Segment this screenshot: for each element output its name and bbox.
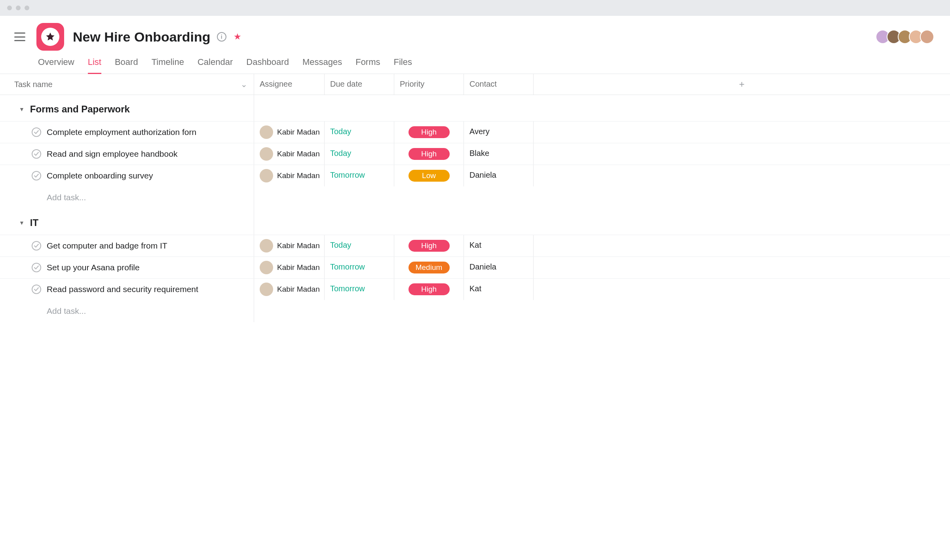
assignee-avatar xyxy=(260,169,273,182)
traffic-light-minimize[interactable] xyxy=(16,6,21,10)
assignee-name: Kabir Madan xyxy=(277,285,320,294)
tab-calendar[interactable]: Calendar xyxy=(198,57,233,74)
tab-files[interactable]: Files xyxy=(394,57,412,74)
assignee-cell[interactable]: Kabir Madan xyxy=(254,165,325,186)
priority-pill: High xyxy=(408,283,450,295)
task-name: Get computer and badge from IT xyxy=(47,241,167,251)
window-chrome xyxy=(0,0,950,16)
caret-down-icon[interactable]: ▼ xyxy=(19,220,25,226)
assignee-name: Kabir Madan xyxy=(277,171,320,180)
priority-cell[interactable]: Low xyxy=(394,165,464,186)
section-title: IT xyxy=(30,217,38,228)
contact-cell[interactable]: Daniela xyxy=(464,165,534,186)
info-icon[interactable]: i xyxy=(217,32,226,42)
add-task-button[interactable]: Add task... xyxy=(0,186,254,209)
due-date-cell[interactable]: Tomorrow xyxy=(325,279,394,300)
add-column-button[interactable]: + xyxy=(534,74,950,95)
assignee-avatar xyxy=(260,125,273,139)
project-header: New Hire Onboarding i ★ xyxy=(0,16,950,51)
complete-checkbox[interactable] xyxy=(32,149,41,159)
task-row[interactable]: Set up your Asana profile Kabir Madan To… xyxy=(0,256,950,278)
due-date-cell[interactable]: Today xyxy=(325,235,394,256)
menu-icon[interactable] xyxy=(14,32,25,41)
star-icon xyxy=(45,32,55,42)
column-headers: Task name ⌄ Assignee Due date Priority C… xyxy=(0,74,950,95)
tab-forms[interactable]: Forms xyxy=(355,57,380,74)
priority-pill: High xyxy=(408,148,450,160)
priority-cell[interactable]: High xyxy=(394,121,464,143)
tab-list[interactable]: List xyxy=(88,57,101,74)
column-due-date[interactable]: Due date xyxy=(325,74,394,95)
caret-down-icon[interactable]: ▼ xyxy=(19,106,25,112)
view-tabs: OverviewListBoardTimelineCalendarDashboa… xyxy=(0,51,950,74)
due-date-cell[interactable]: Today xyxy=(325,143,394,165)
assignee-avatar xyxy=(260,283,273,296)
priority-cell[interactable]: High xyxy=(394,235,464,256)
column-task-label: Task name xyxy=(14,80,53,89)
priority-pill: Low xyxy=(408,170,450,182)
column-priority[interactable]: Priority xyxy=(394,74,464,95)
task-row[interactable]: Read password and security requirement K… xyxy=(0,278,950,300)
task-name: Complete onboarding survey xyxy=(47,171,153,180)
project-title[interactable]: New Hire Onboarding xyxy=(73,29,211,45)
add-task-button[interactable]: Add task... xyxy=(0,300,254,322)
contact-cell[interactable]: Avery xyxy=(464,121,534,143)
due-date-cell[interactable]: Tomorrow xyxy=(325,257,394,278)
assignee-name: Kabir Madan xyxy=(277,263,320,272)
assignee-cell[interactable]: Kabir Madan xyxy=(254,143,325,165)
complete-checkbox[interactable] xyxy=(32,285,41,294)
assignee-avatar xyxy=(260,147,273,161)
assignee-cell[interactable]: Kabir Madan xyxy=(254,235,325,256)
priority-cell[interactable]: High xyxy=(394,279,464,300)
assignee-name: Kabir Madan xyxy=(277,241,320,250)
due-date-cell[interactable]: Today xyxy=(325,121,394,143)
priority-pill: High xyxy=(408,240,450,252)
tab-overview[interactable]: Overview xyxy=(38,57,74,74)
task-name: Read and sign employee handbook xyxy=(47,149,177,159)
section-header[interactable]: ▼ IT xyxy=(0,209,254,235)
assignee-cell[interactable]: Kabir Madan xyxy=(254,121,325,143)
due-date-cell[interactable]: Tomorrow xyxy=(325,165,394,186)
assignee-avatar xyxy=(260,239,273,252)
complete-checkbox[interactable] xyxy=(32,127,41,137)
tab-board[interactable]: Board xyxy=(115,57,138,74)
task-row[interactable]: Complete employment authorization forn K… xyxy=(0,121,950,143)
favorite-star-icon[interactable]: ★ xyxy=(234,32,241,42)
complete-checkbox[interactable] xyxy=(32,171,41,180)
priority-cell[interactable]: High xyxy=(394,143,464,165)
task-name: Set up your Asana profile xyxy=(47,263,140,272)
task-name: Complete employment authorization forn xyxy=(47,127,196,137)
complete-checkbox[interactable] xyxy=(32,241,41,251)
task-row[interactable]: Read and sign employee handbook Kabir Ma… xyxy=(0,143,950,165)
column-task-name[interactable]: Task name ⌄ xyxy=(0,74,254,95)
section-title: Forms and Paperwork xyxy=(30,104,130,115)
tab-dashboard[interactable]: Dashboard xyxy=(246,57,289,74)
assignee-cell[interactable]: Kabir Madan xyxy=(254,257,325,278)
priority-pill: Medium xyxy=(408,262,450,273)
project-members[interactable] xyxy=(879,30,938,44)
priority-pill: High xyxy=(408,126,450,138)
chevron-down-icon[interactable]: ⌄ xyxy=(241,80,247,89)
assignee-cell[interactable]: Kabir Madan xyxy=(254,279,325,300)
project-icon[interactable] xyxy=(36,23,64,51)
column-assignee[interactable]: Assignee xyxy=(254,74,325,95)
task-name: Read password and security requirement xyxy=(47,285,198,294)
contact-cell[interactable]: Kat xyxy=(464,235,534,256)
section-header[interactable]: ▼ Forms and Paperwork xyxy=(0,95,254,121)
assignee-name: Kabir Madan xyxy=(277,128,320,137)
complete-checkbox[interactable] xyxy=(32,263,41,272)
task-row[interactable]: Get computer and badge from IT Kabir Mad… xyxy=(0,235,950,256)
assignee-name: Kabir Madan xyxy=(277,150,320,158)
contact-cell[interactable]: Blake xyxy=(464,143,534,165)
assignee-avatar xyxy=(260,261,273,274)
tab-timeline[interactable]: Timeline xyxy=(152,57,184,74)
priority-cell[interactable]: Medium xyxy=(394,257,464,278)
contact-cell[interactable]: Kat xyxy=(464,279,534,300)
traffic-light-zoom[interactable] xyxy=(25,6,29,10)
traffic-light-close[interactable] xyxy=(7,6,12,10)
task-row[interactable]: Complete onboarding survey Kabir Madan T… xyxy=(0,165,950,186)
contact-cell[interactable]: Daniela xyxy=(464,257,534,278)
column-contact[interactable]: Contact xyxy=(464,74,534,95)
tab-messages[interactable]: Messages xyxy=(302,57,342,74)
avatar[interactable] xyxy=(920,30,934,44)
